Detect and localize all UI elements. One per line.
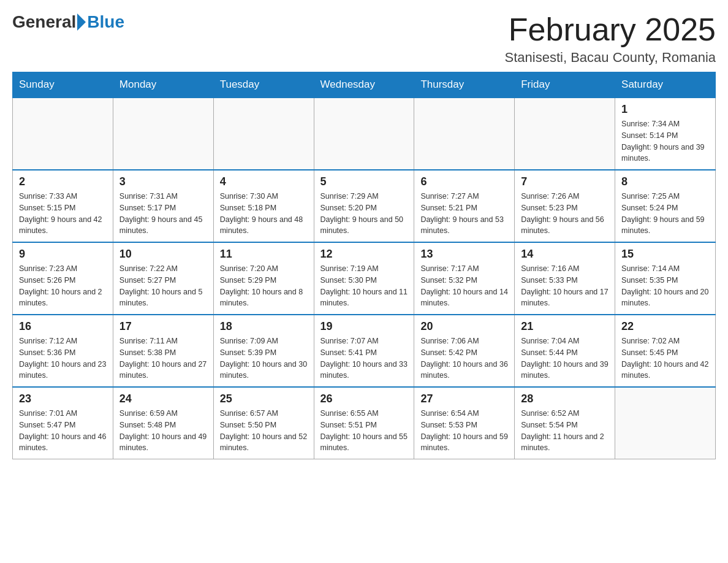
calendar-cell: 23Sunrise: 7:01 AM Sunset: 5:47 PM Dayli… bbox=[13, 387, 113, 459]
day-number: 27 bbox=[420, 393, 508, 405]
day-number: 16 bbox=[19, 320, 107, 333]
logo-blue-text: Blue bbox=[87, 12, 124, 32]
day-number: 17 bbox=[119, 320, 207, 333]
page-header: General Blue February 2025 Stanisesti, B… bbox=[12, 12, 716, 66]
month-title: February 2025 bbox=[505, 12, 716, 47]
day-number: 11 bbox=[220, 248, 308, 261]
calendar-week-1: 1Sunrise: 7:34 AM Sunset: 5:14 PM Daylig… bbox=[13, 98, 716, 170]
calendar-cell: 4Sunrise: 7:30 AM Sunset: 5:18 PM Daylig… bbox=[213, 170, 314, 242]
day-info: Sunrise: 7:17 AM Sunset: 5:32 PM Dayligh… bbox=[420, 263, 508, 309]
calendar-cell: 16Sunrise: 7:12 AM Sunset: 5:36 PM Dayli… bbox=[13, 315, 113, 387]
calendar-cell: 28Sunrise: 6:52 AM Sunset: 5:54 PM Dayli… bbox=[515, 387, 615, 459]
day-number: 28 bbox=[521, 393, 609, 405]
weekday-header-thursday: Thursday bbox=[414, 72, 515, 98]
day-number: 3 bbox=[119, 175, 207, 188]
day-info: Sunrise: 7:11 AM Sunset: 5:38 PM Dayligh… bbox=[119, 335, 207, 381]
day-info: Sunrise: 7:30 AM Sunset: 5:18 PM Dayligh… bbox=[220, 191, 308, 237]
day-number: 10 bbox=[119, 248, 207, 261]
weekday-header-wednesday: Wednesday bbox=[314, 72, 414, 98]
day-info: Sunrise: 7:34 AM Sunset: 5:14 PM Dayligh… bbox=[621, 118, 709, 164]
day-info: Sunrise: 7:33 AM Sunset: 5:15 PM Dayligh… bbox=[19, 191, 107, 237]
calendar-cell bbox=[314, 98, 414, 170]
day-number: 15 bbox=[621, 248, 709, 261]
day-info: Sunrise: 7:02 AM Sunset: 5:45 PM Dayligh… bbox=[621, 335, 709, 381]
day-info: Sunrise: 7:01 AM Sunset: 5:47 PM Dayligh… bbox=[19, 408, 107, 454]
day-info: Sunrise: 7:06 AM Sunset: 5:42 PM Dayligh… bbox=[420, 335, 508, 381]
calendar-cell: 15Sunrise: 7:14 AM Sunset: 5:35 PM Dayli… bbox=[615, 242, 716, 315]
calendar-cell: 18Sunrise: 7:09 AM Sunset: 5:39 PM Dayli… bbox=[213, 315, 314, 387]
day-info: Sunrise: 7:04 AM Sunset: 5:44 PM Dayligh… bbox=[521, 335, 609, 381]
day-info: Sunrise: 7:26 AM Sunset: 5:23 PM Dayligh… bbox=[521, 191, 609, 237]
calendar-cell: 14Sunrise: 7:16 AM Sunset: 5:33 PM Dayli… bbox=[515, 242, 615, 315]
calendar-cell bbox=[515, 98, 615, 170]
calendar-week-4: 16Sunrise: 7:12 AM Sunset: 5:36 PM Dayli… bbox=[13, 315, 716, 387]
day-number: 6 bbox=[420, 175, 508, 188]
calendar-cell: 2Sunrise: 7:33 AM Sunset: 5:15 PM Daylig… bbox=[13, 170, 113, 242]
calendar-cell: 10Sunrise: 7:22 AM Sunset: 5:27 PM Dayli… bbox=[113, 242, 213, 315]
day-info: Sunrise: 6:55 AM Sunset: 5:51 PM Dayligh… bbox=[320, 408, 408, 454]
day-number: 18 bbox=[220, 320, 308, 333]
calendar-table: SundayMondayTuesdayWednesdayThursdayFrid… bbox=[12, 72, 716, 459]
day-info: Sunrise: 7:23 AM Sunset: 5:26 PM Dayligh… bbox=[19, 263, 107, 309]
calendar-cell: 1Sunrise: 7:34 AM Sunset: 5:14 PM Daylig… bbox=[615, 98, 716, 170]
day-number: 8 bbox=[621, 175, 709, 188]
day-info: Sunrise: 7:20 AM Sunset: 5:29 PM Dayligh… bbox=[220, 263, 308, 309]
calendar-cell: 19Sunrise: 7:07 AM Sunset: 5:41 PM Dayli… bbox=[314, 315, 414, 387]
calendar-week-2: 2Sunrise: 7:33 AM Sunset: 5:15 PM Daylig… bbox=[13, 170, 716, 242]
logo: General Blue bbox=[12, 12, 124, 32]
day-number: 25 bbox=[220, 393, 308, 405]
day-number: 22 bbox=[621, 320, 709, 333]
calendar-cell: 5Sunrise: 7:29 AM Sunset: 5:20 PM Daylig… bbox=[314, 170, 414, 242]
calendar-week-3: 9Sunrise: 7:23 AM Sunset: 5:26 PM Daylig… bbox=[13, 242, 716, 315]
day-number: 21 bbox=[521, 320, 609, 333]
day-info: Sunrise: 7:27 AM Sunset: 5:21 PM Dayligh… bbox=[420, 191, 508, 237]
day-info: Sunrise: 7:14 AM Sunset: 5:35 PM Dayligh… bbox=[621, 263, 709, 309]
calendar-cell: 3Sunrise: 7:31 AM Sunset: 5:17 PM Daylig… bbox=[113, 170, 213, 242]
weekday-header-sunday: Sunday bbox=[13, 72, 113, 98]
day-info: Sunrise: 7:12 AM Sunset: 5:36 PM Dayligh… bbox=[19, 335, 107, 381]
day-info: Sunrise: 6:57 AM Sunset: 5:50 PM Dayligh… bbox=[220, 408, 308, 454]
calendar-cell: 6Sunrise: 7:27 AM Sunset: 5:21 PM Daylig… bbox=[414, 170, 515, 242]
calendar-cell bbox=[13, 98, 113, 170]
day-info: Sunrise: 7:16 AM Sunset: 5:33 PM Dayligh… bbox=[521, 263, 609, 309]
calendar-cell: 7Sunrise: 7:26 AM Sunset: 5:23 PM Daylig… bbox=[515, 170, 615, 242]
calendar-cell: 20Sunrise: 7:06 AM Sunset: 5:42 PM Dayli… bbox=[414, 315, 515, 387]
calendar-header-row: SundayMondayTuesdayWednesdayThursdayFrid… bbox=[13, 72, 716, 98]
day-number: 4 bbox=[220, 175, 308, 188]
location-title: Stanisesti, Bacau County, Romania bbox=[505, 50, 716, 66]
day-number: 20 bbox=[420, 320, 508, 333]
calendar-cell: 25Sunrise: 6:57 AM Sunset: 5:50 PM Dayli… bbox=[213, 387, 314, 459]
calendar-cell: 24Sunrise: 6:59 AM Sunset: 5:48 PM Dayli… bbox=[113, 387, 213, 459]
calendar-cell: 9Sunrise: 7:23 AM Sunset: 5:26 PM Daylig… bbox=[13, 242, 113, 315]
day-number: 12 bbox=[320, 248, 408, 261]
day-number: 24 bbox=[119, 393, 207, 405]
day-number: 9 bbox=[19, 248, 107, 261]
day-info: Sunrise: 6:59 AM Sunset: 5:48 PM Dayligh… bbox=[119, 408, 207, 454]
day-number: 19 bbox=[320, 320, 408, 333]
logo-arrow-icon bbox=[77, 13, 86, 31]
calendar-cell: 21Sunrise: 7:04 AM Sunset: 5:44 PM Dayli… bbox=[515, 315, 615, 387]
day-info: Sunrise: 6:52 AM Sunset: 5:54 PM Dayligh… bbox=[521, 408, 609, 454]
day-number: 1 bbox=[621, 103, 709, 116]
calendar-cell: 12Sunrise: 7:19 AM Sunset: 5:30 PM Dayli… bbox=[314, 242, 414, 315]
day-number: 5 bbox=[320, 175, 408, 188]
calendar-cell: 27Sunrise: 6:54 AM Sunset: 5:53 PM Dayli… bbox=[414, 387, 515, 459]
calendar-cell: 26Sunrise: 6:55 AM Sunset: 5:51 PM Dayli… bbox=[314, 387, 414, 459]
day-number: 26 bbox=[320, 393, 408, 405]
calendar-cell: 22Sunrise: 7:02 AM Sunset: 5:45 PM Dayli… bbox=[615, 315, 716, 387]
day-number: 7 bbox=[521, 175, 609, 188]
day-number: 23 bbox=[19, 393, 107, 405]
day-info: Sunrise: 7:09 AM Sunset: 5:39 PM Dayligh… bbox=[220, 335, 308, 381]
day-info: Sunrise: 7:19 AM Sunset: 5:30 PM Dayligh… bbox=[320, 263, 408, 309]
calendar-cell bbox=[113, 98, 213, 170]
day-number: 13 bbox=[420, 248, 508, 261]
calendar-week-5: 23Sunrise: 7:01 AM Sunset: 5:47 PM Dayli… bbox=[13, 387, 716, 459]
weekday-header-friday: Friday bbox=[515, 72, 615, 98]
day-info: Sunrise: 7:22 AM Sunset: 5:27 PM Dayligh… bbox=[119, 263, 207, 309]
day-info: Sunrise: 7:31 AM Sunset: 5:17 PM Dayligh… bbox=[119, 191, 207, 237]
calendar-cell bbox=[414, 98, 515, 170]
day-info: Sunrise: 7:07 AM Sunset: 5:41 PM Dayligh… bbox=[320, 335, 408, 381]
calendar-cell: 13Sunrise: 7:17 AM Sunset: 5:32 PM Dayli… bbox=[414, 242, 515, 315]
weekday-header-saturday: Saturday bbox=[615, 72, 716, 98]
day-info: Sunrise: 7:25 AM Sunset: 5:24 PM Dayligh… bbox=[621, 191, 709, 237]
